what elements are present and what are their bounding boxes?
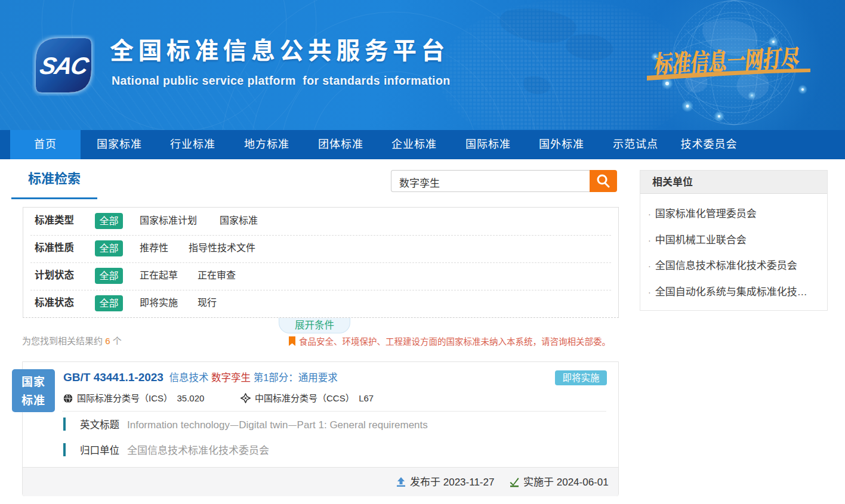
svg-text:SAC: SAC bbox=[38, 52, 92, 79]
